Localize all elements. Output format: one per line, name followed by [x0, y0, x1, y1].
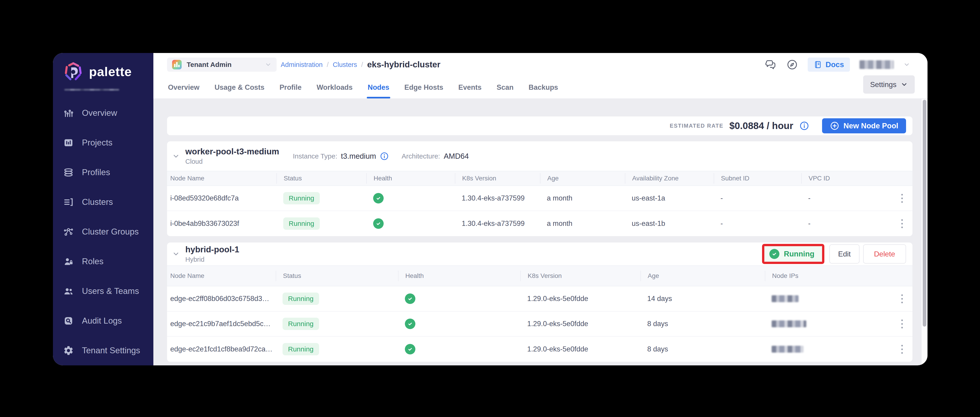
column-header: Status [276, 173, 366, 184]
estimated-rate-bar: ESTIMATED RATE $0.0884 / hour New Node P… [167, 117, 912, 135]
sidebar-item-roles[interactable]: Roles [53, 247, 153, 276]
book-icon [814, 60, 822, 69]
main-area: Tenant Admin Administration / Clusters /… [153, 53, 928, 365]
tab-nodes[interactable]: Nodes [367, 83, 390, 98]
overview-icon [63, 108, 74, 118]
health-ok-icon [405, 344, 415, 355]
pool-kind: Cloud [185, 158, 279, 165]
tab-backups[interactable]: Backups [528, 83, 559, 98]
instance-type-label: Instance Type: [293, 152, 337, 160]
redacted-org-name [64, 89, 119, 90]
tenant-scope-selector[interactable]: Tenant Admin [167, 58, 277, 72]
status-badge: Running [283, 318, 319, 330]
column-header: Subnet ID [714, 173, 801, 184]
audit-logs-icon [63, 316, 74, 326]
role-lock-icon [63, 256, 74, 267]
worker-pool-section: worker-pool-t3-medium Cloud Instance Typ… [167, 141, 912, 236]
sidebar-item-label: Users & Teams [82, 286, 139, 296]
layers-icon [63, 167, 74, 178]
sidebar-item-cluster-groups[interactable]: Cluster Groups [53, 217, 153, 247]
column-header: Age [540, 173, 625, 184]
settings-button[interactable]: Settings [863, 75, 915, 94]
settings-button-label: Settings [870, 80, 896, 89]
sidebar-item-profiles[interactable]: Profiles [53, 158, 153, 187]
sidebar-item-label: Projects [82, 138, 113, 147]
architecture-value: AMD64 [444, 152, 469, 161]
node-name: edge-ec2e1fcd1cf8bea9d72ca… [170, 345, 276, 353]
tab-profile[interactable]: Profile [278, 83, 302, 98]
vpc-id: - [801, 219, 891, 228]
sidebar-nav: Overview Projects Profiles [53, 98, 153, 365]
vpc-id: - [801, 194, 891, 202]
sidebar-item-users-teams[interactable]: Users & Teams [53, 276, 153, 306]
redacted-user-name [859, 60, 894, 69]
tab-events[interactable]: Events [457, 83, 482, 98]
node-age: 8 days [640, 320, 765, 328]
scrollbar-thumb[interactable] [923, 100, 926, 327]
collapse-chevron-icon[interactable] [172, 250, 180, 258]
info-icon[interactable] [799, 121, 809, 131]
health-ok-icon [405, 294, 415, 304]
breadcrumb-link-clusters[interactable]: Clusters [333, 61, 357, 69]
breadcrumb-separator: / [361, 61, 363, 69]
tab-scan[interactable]: Scan [496, 83, 514, 98]
health-ok-icon [405, 319, 415, 329]
collapse-chevron-icon[interactable] [172, 152, 180, 160]
sidebar-item-tenant-settings[interactable]: Tenant Settings [53, 336, 153, 365]
new-node-pool-button[interactable]: New Node Pool [822, 118, 906, 133]
chat-support-icon[interactable] [765, 59, 776, 70]
chevron-down-icon [900, 81, 908, 88]
tab-edge-hosts[interactable]: Edge Hosts [404, 83, 444, 98]
worker-pool-header: worker-pool-t3-medium Cloud Instance Typ… [167, 141, 912, 171]
k8s-version: 1.29.0-eks-5e0fdde [520, 345, 640, 353]
pool-actions: Running Edit Delete [762, 244, 906, 264]
column-header-actions [891, 173, 912, 184]
worker-pool-table-header: Node Name Status Health K8s Version Age … [167, 171, 912, 186]
new-node-pool-label: New Node Pool [843, 121, 898, 130]
row-actions-menu[interactable] [899, 191, 905, 206]
tab-overview[interactable]: Overview [167, 83, 200, 98]
status-badge: Running [283, 343, 319, 355]
architecture-label: Architecture: [402, 152, 440, 160]
sidebar: palette Overview Projects [53, 53, 153, 365]
breadcrumb-current-cluster: eks-hybrid-cluster [367, 60, 441, 69]
pool-kind: Hybrid [185, 256, 239, 263]
row-actions-menu[interactable] [899, 292, 905, 306]
palette-logo-icon [64, 62, 83, 81]
node-name: i-0be4ab9b33673023f [170, 219, 276, 228]
delete-pool-button[interactable]: Delete [863, 244, 906, 264]
row-actions-menu[interactable] [899, 317, 905, 331]
info-icon[interactable] [380, 152, 389, 161]
column-header-actions [891, 271, 912, 281]
sidebar-item-projects[interactable]: Projects [53, 128, 153, 158]
sidebar-item-label: Profiles [82, 168, 110, 177]
column-header: Health [398, 271, 520, 281]
sidebar-item-clusters[interactable]: Clusters [53, 187, 153, 217]
sidebar-item-audit-logs[interactable]: Audit Logs [53, 306, 153, 336]
subnet-id: - [714, 194, 801, 202]
docs-button[interactable]: Docs [808, 58, 850, 72]
node-name: i-08ed59320e68dfc7a [170, 194, 276, 202]
row-actions-menu[interactable] [899, 216, 905, 231]
k8s-version: 1.29.0-eks-5e0fdde [520, 320, 640, 328]
table-row: i-08ed59320e68dfc7a Running 1.30.4-eks-a… [167, 186, 912, 211]
clusters-icon [63, 197, 74, 208]
user-menu-chevron-icon[interactable] [903, 61, 910, 68]
row-actions-menu[interactable] [899, 342, 905, 356]
brand-logo[interactable]: palette [53, 62, 153, 81]
status-badge: Running [283, 192, 320, 205]
users-icon [63, 286, 74, 296]
help-compass-icon[interactable] [786, 59, 798, 70]
redacted-node-ips [772, 295, 799, 302]
breadcrumb: Administration / Clusters / eks-hybrid-c… [281, 60, 441, 69]
breadcrumb-link-administration[interactable]: Administration [281, 61, 323, 69]
sidebar-item-overview[interactable]: Overview [53, 98, 153, 128]
annotation-highlight-box: Running [762, 244, 824, 264]
chevron-down-icon [265, 61, 272, 68]
tab-workloads[interactable]: Workloads [316, 83, 353, 98]
node-name: edge-ec2ff08b06d03c6758d3… [170, 295, 276, 303]
column-header: Age [640, 271, 765, 281]
tab-usage-costs[interactable]: Usage & Costs [214, 83, 266, 98]
edit-pool-button[interactable]: Edit [829, 244, 859, 264]
node-age: a month [540, 194, 625, 202]
